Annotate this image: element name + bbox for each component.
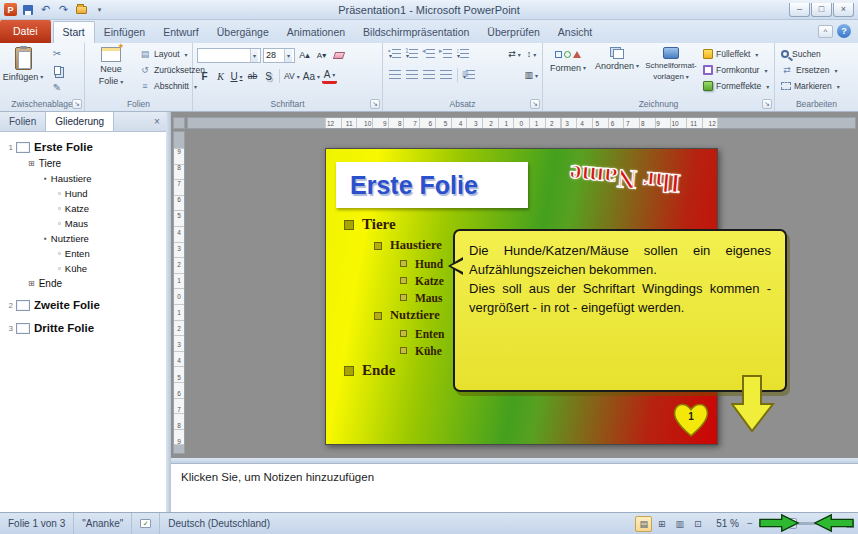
dialog-launcher-icon[interactable]: [72, 99, 82, 109]
view-button[interactable]: ▤: [635, 516, 652, 532]
bold-button[interactable]: F: [197, 68, 212, 84]
close-button[interactable]: ×: [833, 3, 854, 17]
replace-button[interactable]: ⇄ Ersetzen: [779, 62, 842, 78]
increase-indent-button[interactable]: ▸: [438, 46, 454, 62]
zoom-level[interactable]: 51 %: [711, 518, 744, 529]
grow-font-button[interactable]: A▴: [297, 47, 312, 63]
open-button[interactable]: [74, 2, 89, 17]
font-name-combobox[interactable]: ▾: [197, 48, 261, 63]
minimize-button[interactable]: –: [789, 3, 810, 17]
quick-styles-button[interactable]: Schnellformat- vorlagen: [643, 45, 699, 97]
ribbon-tab[interactable]: Datei: [0, 20, 51, 43]
slide-bullet[interactable]: Enten: [400, 325, 444, 342]
ribbon-tab[interactable]: Start: [53, 21, 95, 43]
shapes-button[interactable]: Formen: [545, 45, 591, 97]
wordart-shape[interactable]: Ihr Name: [542, 144, 708, 214]
ribbon-tab[interactable]: Ansicht: [549, 22, 601, 43]
align-text-button[interactable]: ↕: [524, 46, 539, 62]
chevron-down-icon[interactable]: ▾: [250, 49, 258, 62]
undo-button[interactable]: ↶: [38, 2, 53, 17]
help-icon[interactable]: ?: [837, 24, 851, 38]
line-spacing-button[interactable]: ↕: [455, 46, 471, 62]
outline-item[interactable]: ▪ Haustiere: [2, 171, 164, 186]
chevron-down-icon[interactable]: ▾: [284, 49, 292, 62]
ribbon-tab[interactable]: Einfügen: [95, 22, 154, 43]
outline-item[interactable]: 3 Dritte Folie: [2, 319, 164, 337]
character-spacing-button[interactable]: AV: [283, 68, 301, 84]
numbering-button[interactable]: 1: [404, 46, 420, 62]
copy-button[interactable]: [48, 63, 66, 78]
outline-item[interactable]: ⊞ Ende: [2, 276, 164, 291]
text-shadow-button[interactable]: S: [261, 68, 276, 84]
powerpoint-app-icon[interactable]: P: [4, 3, 17, 16]
view-button[interactable]: ⊡: [689, 516, 706, 532]
next-arrow-button[interactable]: [756, 513, 802, 533]
qat-customize-button[interactable]: ▾: [92, 2, 107, 17]
theme-name[interactable]: "Ananke": [74, 513, 132, 534]
underline-button[interactable]: U: [229, 68, 244, 84]
ribbon-tab[interactable]: Überprüfen: [478, 22, 549, 43]
paste-button[interactable]: Einfügen: [3, 45, 43, 97]
align-right-button[interactable]: [421, 67, 437, 83]
clear-formatting-button[interactable]: [331, 47, 346, 63]
outline-item[interactable]: ▫ Kühe: [2, 261, 164, 276]
close-panel-button[interactable]: ×: [148, 112, 166, 131]
shrink-font-button[interactable]: A▾: [314, 47, 329, 63]
outline-item[interactable]: ▫ Hund: [2, 186, 164, 201]
outline-item[interactable]: ▫ Maus: [2, 216, 164, 231]
slide-bullet[interactable]: Kühe: [400, 342, 444, 359]
zoom-out-button[interactable]: −: [744, 518, 756, 529]
bullets-button[interactable]: •: [387, 46, 403, 62]
maximize-button[interactable]: □: [811, 3, 832, 17]
notes-pane[interactable]: Klicken Sie, um Notizen hinzuzufügen: [171, 463, 858, 512]
slide-bullet[interactable]: Maus: [400, 289, 444, 306]
tab-outline[interactable]: Gliederung: [46, 112, 114, 131]
font-size-combobox[interactable]: 28▾: [263, 48, 295, 63]
dialog-launcher-icon[interactable]: [530, 99, 540, 109]
outline-item[interactable]: 1 Erste Folie: [2, 138, 164, 156]
font-color-button[interactable]: A: [322, 68, 337, 84]
outline-item[interactable]: ▪ Nutztiere: [2, 231, 164, 246]
shape-fill-button[interactable]: Fülleffekt: [701, 46, 771, 62]
convert-smartart-button[interactable]: ▥: [523, 67, 539, 83]
slide-title-placeholder[interactable]: Erste Folie: [336, 162, 528, 208]
slide-bullet[interactable]: Katze: [400, 272, 444, 289]
outline-item[interactable]: 2 Zweite Folie: [2, 296, 164, 314]
justify-button[interactable]: [438, 67, 454, 83]
decrease-indent-button[interactable]: ◂: [421, 46, 437, 62]
slide-body-placeholder[interactable]: Tiere Haustiere Hund Katze Maus Nutztier…: [344, 213, 444, 382]
spellcheck-status[interactable]: ✓: [132, 513, 160, 534]
select-button[interactable]: Markieren: [779, 78, 842, 94]
ribbon-tab[interactable]: Bildschirmpräsentation: [354, 22, 478, 43]
minimize-ribbon-button[interactable]: ^: [818, 25, 833, 38]
slide-bullet[interactable]: Hund: [400, 255, 444, 272]
previous-arrow-button[interactable]: [811, 513, 857, 533]
shape-effects-button[interactable]: Formeffekte: [701, 78, 771, 94]
redo-button[interactable]: ↷: [56, 2, 71, 17]
cut-button[interactable]: ✂: [48, 46, 66, 61]
view-button[interactable]: ▥: [671, 516, 688, 532]
new-slide-button[interactable]: Neue Folie: [88, 45, 134, 97]
strikethrough-button[interactable]: ab: [245, 68, 260, 84]
slide-bullet[interactable]: Tiere: [344, 213, 444, 236]
dialog-launcher-icon[interactable]: [370, 99, 380, 109]
text-direction-button[interactable]: ⇄: [507, 46, 522, 62]
slide-bullet[interactable]: Haustiere: [374, 236, 444, 255]
shape-outline-button[interactable]: Formkontur: [701, 62, 771, 78]
callout-shape[interactable]: Die Hunde/Katzen/Mäuse sollen ein eigene…: [453, 229, 787, 392]
panel-splitter[interactable]: [166, 112, 171, 512]
outline-item[interactable]: ▫ Katze: [2, 201, 164, 216]
save-button[interactable]: [20, 2, 35, 17]
columns-button[interactable]: ▥: [461, 67, 477, 83]
change-case-button[interactable]: Aa: [302, 68, 321, 84]
align-center-button[interactable]: [404, 67, 420, 83]
align-left-button[interactable]: [387, 67, 403, 83]
find-button[interactable]: Suchen: [779, 46, 842, 62]
ribbon-tab[interactable]: Übergänge: [208, 22, 278, 43]
down-arrow-shape[interactable]: [731, 374, 775, 434]
slide-bullet[interactable]: Ende: [344, 359, 444, 382]
view-button[interactable]: ⊞: [653, 516, 670, 532]
slide-bullet[interactable]: Nutztiere: [374, 306, 444, 325]
language-status[interactable]: Deutsch (Deutschland): [160, 513, 278, 534]
dialog-launcher-icon[interactable]: [762, 99, 772, 109]
